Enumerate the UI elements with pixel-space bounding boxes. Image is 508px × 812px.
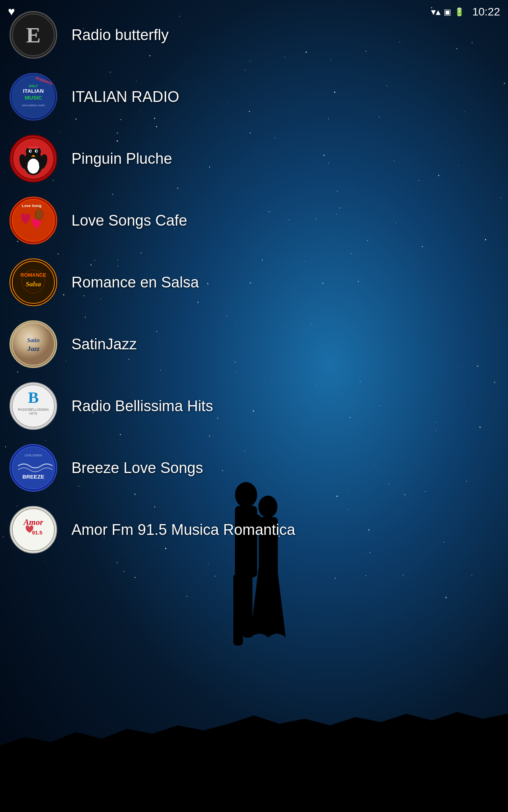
battery-icon: 🔋 <box>454 7 464 17</box>
svg-text:91.5: 91.5 <box>32 530 43 536</box>
svg-text:B: B <box>28 389 38 406</box>
station-logo-radio-bellissima-hits: B RADIOBELLISSIMA HITS <box>10 382 57 430</box>
svg-text:MUSIC: MUSIC <box>25 95 42 101</box>
list-item[interactable]: Satin Jazz SatinJazz <box>0 313 508 375</box>
svg-text:LOVE SONGS: LOVE SONGS <box>25 454 42 457</box>
svg-rect-3 <box>243 574 252 638</box>
radio-list: E Radio butterfly ONLY ITALIAN MUSIC www… <box>0 0 508 561</box>
svg-text:Love Song: Love Song <box>22 203 41 208</box>
svg-point-25 <box>36 150 38 152</box>
status-icons: ▾▴ ▣ 🔋 10:22 <box>431 6 500 18</box>
svg-text:Jazz: Jazz <box>27 345 40 352</box>
status-bar: ▾▴ ▣ 🔋 10:22 <box>0 0 508 24</box>
svg-text:HITS: HITS <box>29 412 37 416</box>
station-logo-satin-jazz: Satin Jazz <box>10 320 57 368</box>
station-name-radio-bellissima-hits: Radio Bellissima Hits <box>71 398 213 415</box>
svg-text:ONLY: ONLY <box>29 84 38 88</box>
list-item[interactable]: Love Song Love Songs Cafe <box>0 190 508 251</box>
list-item[interactable]: ROMANCE Salsa Romance en Salsa <box>0 251 508 313</box>
svg-text:RADIOBELLISSIMA: RADIOBELLISSIMA <box>18 408 49 412</box>
svg-rect-30 <box>28 147 39 149</box>
list-item[interactable]: Pinguin Pluche <box>0 128 508 190</box>
station-name-breeze-love-songs: Breeze Love Songs <box>71 460 203 477</box>
list-item[interactable]: ONLY ITALIAN MUSIC www.italian.radio ROM… <box>0 66 508 128</box>
station-name-pinguin-pluche: Pinguin Pluche <box>71 150 172 167</box>
station-logo-amor-fm: Amor 91.5 <box>10 506 57 553</box>
list-item[interactable]: BREEZE LOVE SONGS Breeze Love Songs <box>0 437 508 499</box>
station-logo-italian-radio: ONLY ITALIAN MUSIC www.italian.radio ROM… <box>10 73 57 121</box>
station-name-romance-en-salsa: Romance en Salsa <box>71 274 199 291</box>
station-name-italian-radio: ITALIAN RADIO <box>71 88 179 105</box>
list-item[interactable]: Amor 91.5 Amor Fm 91.5 Musica Romantica <box>0 499 508 561</box>
wifi-icon: ▾▴ <box>431 6 441 17</box>
station-name-love-songs-cafe: Love Songs Cafe <box>71 212 187 229</box>
svg-text:E: E <box>26 23 41 47</box>
station-logo-romance-en-salsa: ROMANCE Salsa <box>10 259 57 306</box>
svg-text:Amor: Amor <box>23 517 43 527</box>
svg-text:Salsa: Salsa <box>26 280 41 288</box>
svg-text:ITALIAN: ITALIAN <box>23 88 44 94</box>
station-logo-pinguin-pluche <box>10 135 57 182</box>
svg-text:BREEZE: BREEZE <box>23 474 44 480</box>
station-logo-love-songs-cafe: Love Song <box>10 197 57 244</box>
list-item[interactable]: B RADIOBELLISSIMA HITS Radio Bellissima … <box>0 375 508 437</box>
station-logo-breeze-love-songs: BREEZE LOVE SONGS <box>10 444 57 492</box>
svg-text:Satin: Satin <box>27 337 39 343</box>
station-name-satin-jazz: SatinJazz <box>71 336 137 353</box>
svg-rect-2 <box>233 574 243 645</box>
svg-text:www.italian.radio: www.italian.radio <box>21 103 45 107</box>
clock: 10:22 <box>472 6 500 18</box>
svg-point-43 <box>12 323 54 365</box>
svg-point-19 <box>27 159 39 174</box>
svg-point-24 <box>30 150 31 152</box>
station-name-amor-fm: Amor Fm 91.5 Musica Romantica <box>71 521 295 538</box>
signal-icon: ▣ <box>444 7 451 17</box>
station-name-radio-butterfly: Radio butterfly <box>71 27 169 44</box>
svg-rect-29 <box>30 140 36 147</box>
heart-icon: ♥ <box>8 5 15 18</box>
